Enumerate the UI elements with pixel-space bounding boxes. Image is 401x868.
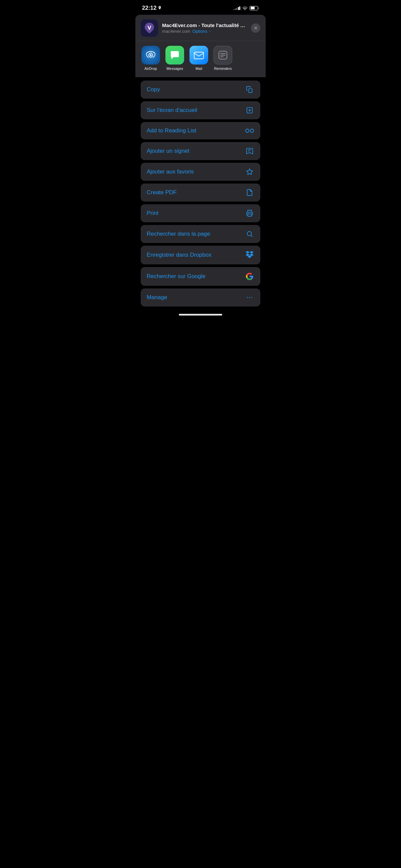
copy-icon — [245, 86, 254, 93]
svg-point-19 — [249, 297, 250, 298]
reading-list-label: Add to Reading List — [147, 127, 196, 134]
more-icon — [245, 294, 254, 301]
share-item-mail[interactable]: Mail — [187, 44, 211, 72]
share-url: mac4ever.com — [162, 29, 190, 34]
reading-list-icon — [245, 128, 254, 133]
svg-line-17 — [251, 235, 252, 237]
share-title-block: Mac4Ever.com - Toute l'actualité Apple, … — [162, 22, 247, 34]
action-home-screen[interactable]: Sur l'écran d'accueil — [141, 101, 260, 119]
dropbox-label: Enregistrer dans Dropbox — [147, 252, 212, 258]
google-icon — [245, 272, 254, 280]
action-list: Copy Sur l'écran d'accueil Add to Readin… — [135, 81, 266, 307]
action-favorites[interactable]: Ajouter aux favoris — [141, 163, 260, 181]
svg-marker-14 — [247, 169, 253, 175]
home-indicator — [135, 310, 266, 318]
action-create-pdf[interactable]: Create PDF — [141, 184, 260, 202]
signal-icon — [233, 6, 240, 10]
print-icon — [245, 210, 254, 217]
find-on-page-label: Rechercher dans la page — [147, 230, 210, 237]
svg-point-18 — [247, 297, 248, 298]
bookmark-icon — [245, 147, 254, 155]
app-icon — [141, 20, 158, 37]
pdf-icon — [245, 189, 254, 196]
reminders-symbol — [218, 50, 228, 61]
svg-point-20 — [251, 297, 252, 298]
home-screen-add-icon — [245, 106, 254, 114]
location-icon — [158, 6, 161, 10]
home-bar — [179, 314, 222, 315]
svg-point-13 — [250, 129, 254, 132]
google-label: Rechercher sur Google — [147, 273, 206, 280]
status-icons — [233, 6, 259, 10]
share-item-messages[interactable]: Messages — [163, 44, 187, 72]
svg-point-16 — [247, 231, 252, 236]
svg-point-2 — [150, 55, 152, 56]
share-close-button[interactable]: ✕ — [251, 23, 260, 33]
action-manage[interactable]: Manage — [141, 288, 260, 307]
mail-label: Mail — [195, 66, 202, 70]
airdrop-label: AirDrop — [144, 66, 157, 70]
svg-rect-8 — [249, 89, 252, 93]
messages-label: Messages — [166, 66, 183, 70]
favorites-label: Ajouter aux favoris — [147, 168, 194, 175]
action-google[interactable]: Rechercher sur Google — [141, 267, 260, 286]
action-print[interactable]: Print — [141, 204, 260, 222]
share-options-button[interactable]: Options — [192, 29, 208, 34]
star-icon — [245, 168, 254, 176]
share-row-container: AirDrop Messages Mail — [135, 41, 266, 77]
mail-icon-container — [189, 46, 208, 64]
airdrop-icon — [141, 46, 160, 64]
share-page-title: Mac4Ever.com - Toute l'actualité Apple, … — [162, 22, 247, 28]
wifi-icon — [242, 6, 248, 10]
mail-symbol — [193, 50, 204, 61]
share-url-row: mac4ever.com Options › — [162, 29, 247, 34]
battery-icon — [250, 6, 259, 10]
share-row: AirDrop Messages Mail — [135, 44, 266, 72]
share-item-airdrop[interactable]: AirDrop — [139, 44, 163, 72]
share-item-reminders[interactable]: Reminders — [211, 44, 235, 72]
messages-symbol — [169, 50, 180, 61]
svg-point-12 — [246, 129, 249, 132]
action-reading-list[interactable]: Add to Reading List — [141, 122, 260, 140]
status-bar: 22:12 — [135, 0, 266, 14]
bookmark-label: Ajouter un signet — [147, 148, 189, 154]
search-icon — [245, 230, 254, 238]
create-pdf-label: Create PDF — [147, 189, 177, 196]
reminders-label: Reminders — [214, 66, 232, 70]
action-bookmark[interactable]: Ajouter un signet — [141, 142, 260, 160]
status-time: 22:12 — [142, 5, 161, 11]
copy-label: Copy — [147, 86, 160, 93]
airdrop-symbol — [146, 50, 156, 60]
reminders-icon — [214, 46, 232, 64]
section-divider — [135, 77, 266, 81]
chevron-right-icon: › — [209, 29, 211, 34]
share-sheet-header: Mac4Ever.com - Toute l'actualité Apple, … — [135, 15, 266, 41]
messages-icon — [165, 46, 184, 64]
action-find-on-page[interactable]: Rechercher dans la page — [141, 225, 260, 243]
action-dropbox[interactable]: Enregistrer dans Dropbox — [141, 246, 260, 265]
manage-label: Manage — [147, 294, 167, 301]
action-copy[interactable]: Copy — [141, 81, 260, 99]
home-screen-label: Sur l'écran d'accueil — [147, 107, 197, 114]
dropbox-icon — [245, 251, 254, 259]
mac4ever-logo — [141, 20, 158, 37]
svg-rect-3 — [194, 52, 204, 59]
print-label: Print — [147, 210, 158, 217]
svg-rect-15 — [248, 214, 252, 216]
